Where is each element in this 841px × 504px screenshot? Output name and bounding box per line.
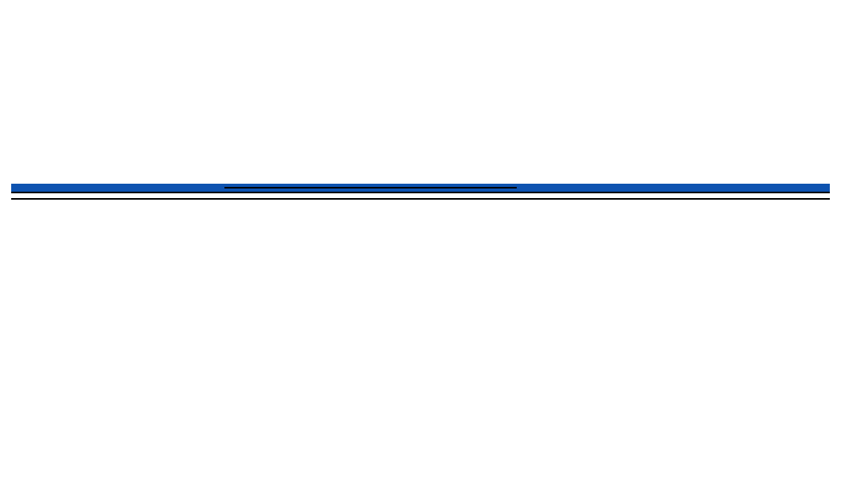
col-header-latest-shares	[596, 184, 665, 192]
etf-flow-chart	[11, 18, 830, 181]
table-caption	[11, 192, 830, 199]
col-header-cum5-chg-shares	[744, 184, 830, 192]
col-header-chg-shares	[665, 184, 744, 192]
chart-canvas	[11, 19, 830, 181]
table-header	[11, 184, 830, 192]
etf-table	[11, 184, 830, 200]
col-header-code	[11, 184, 81, 192]
col-header-chg-turnover	[517, 184, 595, 192]
table-caption-row	[11, 192, 830, 199]
report-figure-page	[0, 0, 841, 504]
col-header-name	[81, 184, 224, 192]
